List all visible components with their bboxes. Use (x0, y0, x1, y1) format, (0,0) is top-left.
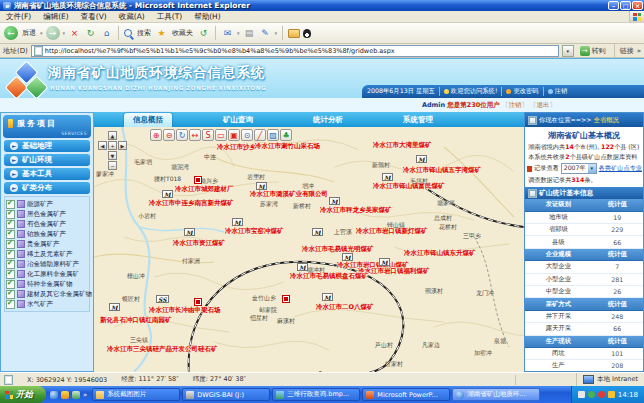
sidebar-button[interactable]: 基本工具 (4, 168, 90, 180)
pan-right-button[interactable]: ▶ (118, 141, 127, 150)
map-marker[interactable]: SS (156, 295, 169, 303)
history-icon[interactable]: ↺ (197, 27, 210, 40)
layer-checkbox[interactable] (6, 270, 15, 279)
layer-checkbox[interactable] (6, 220, 15, 229)
map-tool-button[interactable]: ⊖ (163, 129, 175, 141)
map-tool-button[interactable]: ⊙ (241, 129, 253, 141)
sidebar-button[interactable]: 矿山环境 (4, 154, 90, 166)
address-input[interactable] (45, 46, 556, 55)
back-icon[interactable]: ← (4, 26, 18, 40)
sidebar-button[interactable]: 基础地理 (4, 140, 90, 152)
layer-checkbox[interactable] (6, 260, 15, 269)
edit-dropdown-icon[interactable]: ▾ (275, 30, 278, 36)
favorites-icon[interactable]: ★ (155, 27, 168, 40)
map-marker[interactable]: M (379, 258, 390, 266)
layer-item[interactable]: 建材及其它非金属矿物 (6, 289, 88, 299)
pan-center-button[interactable]: + (108, 141, 117, 150)
go-button[interactable]: → 转到 (577, 46, 609, 56)
print-icon[interactable]: ▤ (243, 27, 256, 40)
layer-item[interactable]: 能源矿产 (6, 199, 88, 209)
map-tool-button[interactable]: ♣ (280, 129, 292, 141)
year-select[interactable]: 2007年▾ (561, 163, 597, 174)
folder-icon[interactable] (288, 29, 300, 38)
back-dropdown-icon[interactable]: ▾ (40, 30, 43, 36)
ie-quicklaunch-icon[interactable] (50, 391, 58, 399)
map-marker[interactable]: M (109, 303, 120, 311)
start-button[interactable]: 开始 (0, 386, 46, 403)
map-tool-button[interactable]: S (202, 129, 214, 141)
taskbar-button[interactable]: 湖南省矿山地质环... (452, 388, 540, 401)
logout-link-2[interactable]: 〔注销〕 (502, 101, 528, 109)
menu-item[interactable]: 查看(V) (75, 12, 113, 22)
map-marker[interactable]: M (312, 228, 323, 236)
menu-item[interactable]: 编辑(E) (37, 12, 75, 22)
map-marker[interactable]: M (232, 218, 243, 226)
refresh-icon[interactable]: ↻ (84, 27, 97, 40)
forward-dropdown-icon[interactable]: ▾ (63, 30, 66, 36)
layer-checkbox[interactable] (6, 280, 15, 289)
taskbar-button[interactable]: 系统截图图片 (92, 388, 180, 401)
map-tool-button[interactable]: ▨ (267, 129, 279, 141)
map-marker-red[interactable] (194, 298, 202, 306)
pan-left-button[interactable]: ◀ (98, 141, 107, 150)
back-label[interactable]: 后退 (22, 28, 36, 38)
menu-item[interactable]: 文件(F) (0, 12, 37, 22)
layer-checkbox[interactable] (6, 200, 15, 209)
messenger-icon[interactable] (303, 29, 311, 38)
logout-link[interactable]: 注销 (548, 87, 568, 96)
map-marker[interactable]: M (297, 263, 308, 271)
pan-down-button[interactable]: ▼ (108, 151, 117, 160)
address-input-box[interactable] (31, 45, 559, 57)
map-tool-button[interactable]: ▭ (215, 129, 227, 141)
map-tool-button[interactable]: ⊕ (150, 129, 162, 141)
mail-dropdown-icon[interactable]: ▾ (237, 30, 240, 36)
layer-item[interactable]: 铂族金属矿产 (6, 229, 88, 239)
search-icon[interactable] (124, 29, 132, 37)
layer-item[interactable]: 冶金辅助原料矿产 (6, 259, 88, 269)
quicklaunch-chevron-icon[interactable]: » (83, 391, 87, 399)
links-chevron-icon[interactable]: » (637, 47, 641, 55)
network-tray-icon[interactable] (588, 391, 595, 398)
edit-icon[interactable]: ✎ (259, 27, 272, 40)
desktop-quicklaunch-icon[interactable] (72, 391, 80, 399)
layer-checkbox[interactable] (6, 290, 15, 299)
layer-item[interactable]: 稀土及元素矿产 (6, 249, 88, 259)
map-marker[interactable]: M (329, 197, 340, 205)
links-label[interactable]: 链接 (620, 46, 634, 56)
layer-item[interactable]: 特种非金属矿物 (6, 279, 88, 289)
layer-item[interactable]: 贵金属矿产 (6, 239, 88, 249)
layer-checkbox[interactable] (6, 210, 15, 219)
map-tab[interactable]: 矿山查询 (214, 113, 262, 127)
layer-checkbox[interactable] (6, 240, 15, 249)
search-label[interactable]: 搜索 (137, 28, 151, 38)
forward-icon[interactable]: → (46, 26, 60, 40)
category-link[interactable]: 各类矿山点专业 (599, 164, 642, 173)
exit-link[interactable]: 〔退出〕 (530, 101, 556, 109)
taskbar-button[interactable]: DWGIS-BAI (J:) (182, 388, 270, 401)
stop-icon[interactable]: × (68, 27, 81, 40)
menu-item[interactable]: 帮助(H) (188, 12, 227, 22)
mail-icon[interactable]: ✉ (221, 27, 234, 40)
volume-tray-icon[interactable] (608, 391, 615, 398)
antivirus-tray-icon[interactable] (598, 391, 605, 398)
map-tool-button[interactable]: ╱ (254, 129, 266, 141)
address-dropdown-icon[interactable]: ▾ (562, 45, 574, 57)
map-marker[interactable]: M (162, 190, 173, 198)
map-tool-button[interactable]: ↔ (189, 129, 201, 141)
taskbar-button[interactable]: 三维行政查询.bmp... (272, 388, 360, 401)
menu-item[interactable]: 收藏(A) (113, 12, 151, 22)
map-marker[interactable]: M (322, 293, 333, 301)
favorites-label[interactable]: 收藏夹 (172, 28, 193, 38)
map-marker-red[interactable] (194, 176, 202, 184)
mail-quicklaunch-icon[interactable] (61, 391, 69, 399)
close-button[interactable]: × (632, 1, 643, 10)
map-canvas[interactable]: ▲ ◀ + ▶ ▼ − ⊕⊖↻↔S▭▣⊙╱▨♣ 冷水江市沙乡冷水江市涮竹山采石场… (94, 127, 524, 372)
taskbar-button[interactable]: Microsoft PowerP... (362, 388, 450, 401)
layer-item[interactable]: 水气矿产 (6, 299, 88, 309)
map-tab[interactable]: 系统管理 (394, 113, 442, 127)
map-marker[interactable]: M (416, 155, 427, 163)
layer-checkbox[interactable] (6, 250, 15, 259)
layer-item[interactable]: 有色金属矿产 (6, 219, 88, 229)
printer-tray-icon[interactable] (578, 391, 585, 398)
clock[interactable]: 14:18 (618, 391, 638, 399)
